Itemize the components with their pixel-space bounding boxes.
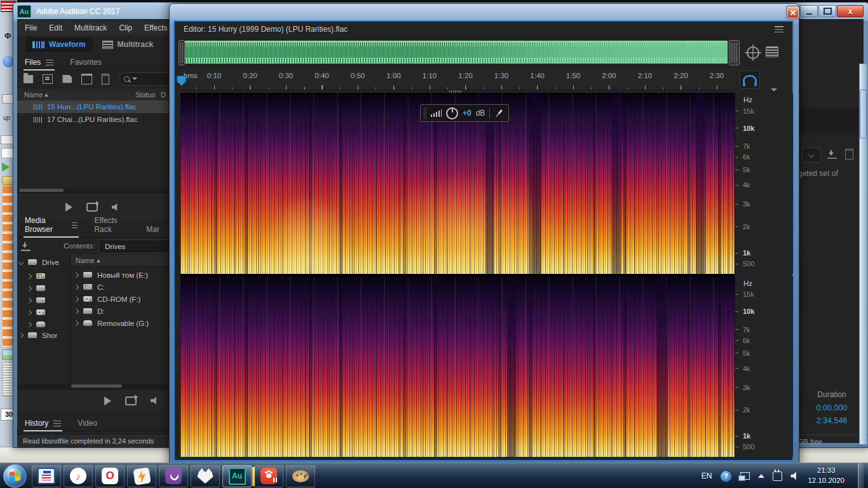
pin-icon[interactable]: [493, 107, 506, 119]
tree-item-row[interactable]: [27, 306, 45, 318]
drive-row[interactable]: Removable (G:): [74, 317, 149, 329]
clock[interactable]: 21:33 12.10.2020: [808, 466, 844, 485]
panel-tab[interactable]: Files: [24, 55, 55, 70]
menu-item[interactable]: Effects: [144, 24, 167, 32]
search-box[interactable]: [119, 72, 175, 86]
monitor-button[interactable]: [740, 71, 760, 89]
trash-icon[interactable]: [102, 74, 109, 85]
editor-close-button[interactable]: [787, 6, 799, 18]
language-indicator[interactable]: EN: [702, 471, 712, 480]
drive-row[interactable]: CD-ROM (F:): [74, 293, 140, 305]
panel-tab[interactable]: Mar: [145, 222, 161, 237]
file-row[interactable]: 15 Hurr...(LPU Rarities).flac: [17, 100, 168, 113]
tree-root-row[interactable]: Drive: [19, 256, 59, 268]
taskbar-button[interactable]: [286, 465, 315, 487]
zoom-navigate-icon[interactable]: [747, 46, 759, 59]
network-icon[interactable]: [773, 471, 782, 481]
play-icon[interactable]: [65, 203, 72, 212]
file-row[interactable]: 17 Chai...(LPU Rarities).flac: [17, 113, 168, 126]
chevron-right-icon[interactable]: [27, 309, 32, 315]
view-button[interactable]: Waveform: [26, 37, 92, 51]
taskbar-button[interactable]: ♪: [64, 465, 93, 487]
tree-item-row[interactable]: [27, 282, 45, 294]
contents-dropdown[interactable]: Drives: [98, 240, 173, 254]
media-hscrollbar[interactable]: [17, 384, 168, 389]
chevron-right-icon[interactable]: [27, 285, 32, 290]
chevron-right-icon[interactable]: [18, 332, 24, 337]
close-button[interactable]: x: [837, 5, 864, 17]
menu-item[interactable]: Multitrack: [74, 24, 107, 32]
menu-item[interactable]: Clip: [119, 24, 132, 32]
tree-item-row[interactable]: [27, 270, 45, 282]
chevron-right-icon[interactable]: [27, 297, 32, 302]
frequency-ruler-2[interactable]: Hz 15k 10k 7k 6k 5k 4k: [735, 276, 793, 457]
save-preset-icon[interactable]: [827, 150, 837, 159]
panel-tab[interactable]: Media Browser: [24, 213, 79, 237]
preset-dropdown[interactable]: [802, 147, 821, 163]
panel-menu-icon[interactable]: [53, 421, 61, 426]
navigator-right-handle[interactable]: [729, 40, 740, 65]
chevron-right-icon[interactable]: [74, 272, 79, 277]
show-hidden-icons[interactable]: [758, 474, 764, 478]
panel-tab[interactable]: Favorites: [69, 55, 102, 70]
chevron-right-icon[interactable]: [27, 273, 32, 278]
taskbar-button[interactable]: [159, 465, 188, 487]
gain-hud[interactable]: +0 dB: [420, 104, 509, 122]
hud-grip[interactable]: [423, 107, 426, 119]
frequency-ruler-1[interactable]: Hz 15k 10k 7k 6k 5k 4k: [735, 93, 793, 274]
panel-tab[interactable]: History: [24, 416, 62, 431]
maximize-button[interactable]: [818, 5, 836, 17]
files-hscrollbar[interactable]: [17, 188, 168, 193]
minimize-button[interactable]: [800, 5, 818, 17]
taskbar-button[interactable]: O: [95, 465, 125, 487]
navigator-waveform[interactable]: [185, 41, 728, 64]
panel-menu-icon[interactable]: [775, 26, 783, 32]
taskbar-button[interactable]: [254, 465, 283, 487]
chevron-right-icon[interactable]: [74, 320, 79, 325]
files-column-header[interactable]: Name Status D: [17, 89, 168, 101]
open-folder-icon[interactable]: [24, 75, 33, 83]
taskbar-button[interactable]: [191, 465, 220, 487]
background-scrollbar[interactable]: [859, 64, 867, 445]
panel-tab[interactable]: Video: [76, 416, 98, 431]
start-button[interactable]: [3, 464, 27, 488]
menu-item[interactable]: Edit: [49, 24, 62, 32]
taskbar-button[interactable]: [32, 465, 61, 487]
loop-icon[interactable]: [125, 396, 137, 405]
panel-menu-icon[interactable]: [72, 222, 78, 228]
view-button[interactable]: Multitrack: [96, 37, 160, 51]
volume-icon[interactable]: [790, 472, 799, 480]
editor-title-bar[interactable]: Editor: 15 Hurry (1999 Demo) (LPU Rariti…: [175, 22, 792, 37]
scrollbar-thumb[interactable]: [19, 189, 64, 192]
gain-knob[interactable]: [446, 107, 458, 119]
scrollbar-thumb[interactable]: [71, 384, 122, 388]
drive-row[interactable]: C:: [74, 281, 105, 293]
panel-tab[interactable]: Effects Rack: [93, 213, 131, 237]
search-dropdown-icon[interactable]: [132, 78, 137, 80]
taskbar-button[interactable]: [127, 465, 156, 487]
tree-footer-row[interactable]: Shor: [19, 329, 57, 341]
chevron-down-icon[interactable]: [18, 259, 24, 264]
media-download-icon[interactable]: [21, 242, 31, 251]
play-icon[interactable]: [104, 396, 111, 405]
panel-menu-icon[interactable]: [46, 60, 53, 65]
drive-row[interactable]: Новый том (E:): [74, 269, 148, 281]
drive-row[interactable]: D:: [74, 305, 105, 317]
show-desktop-button[interactable]: [858, 463, 864, 488]
autoplay-speaker-icon[interactable]: [151, 397, 159, 405]
window-tray-icon[interactable]: [740, 472, 750, 480]
navigator-left-handle[interactable]: [179, 40, 185, 65]
new-file-icon[interactable]: [62, 75, 72, 83]
help-icon[interactable]: ?: [720, 470, 732, 482]
timeline-ruler[interactable]: hms 0:100:200:300:400:501:001:101:201:30…: [180, 69, 735, 90]
spectrogram-channel-1[interactable]: +0 dB: [180, 93, 735, 274]
insert-multitrack-icon[interactable]: [81, 74, 92, 85]
chevron-right-icon[interactable]: [74, 296, 79, 301]
menu-item[interactable]: File: [25, 24, 37, 32]
autoplay-speaker-icon[interactable]: [112, 203, 121, 211]
chevron-right-icon[interactable]: [74, 284, 79, 289]
import-icon[interactable]: [43, 74, 53, 84]
display-options-icon[interactable]: [766, 46, 778, 57]
trash-icon[interactable]: [845, 149, 853, 159]
taskbar-button[interactable]: Au: [222, 465, 252, 487]
